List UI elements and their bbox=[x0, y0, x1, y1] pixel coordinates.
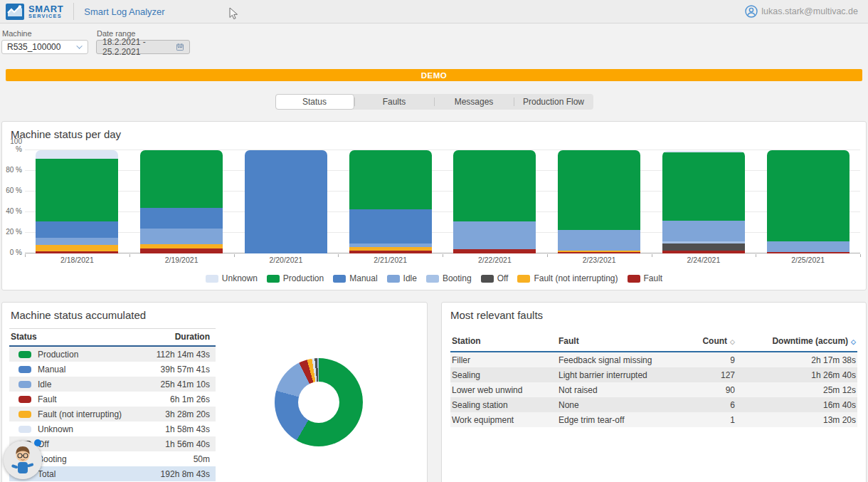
app-title: Smart Log Analyzer bbox=[84, 6, 164, 17]
bar-segment-idle[interactable] bbox=[767, 241, 850, 252]
table-row-manual: Manual39h 57m 41s bbox=[9, 362, 216, 377]
tab-messages[interactable]: Messages bbox=[435, 94, 514, 110]
legend-label: Manual bbox=[349, 273, 377, 283]
bar-segment-idle[interactable] bbox=[140, 229, 223, 244]
bar-segment-manual[interactable] bbox=[36, 221, 118, 238]
bar-segment-fault_ni[interactable] bbox=[36, 245, 118, 251]
notification-dot bbox=[34, 439, 41, 446]
total-duration: 192h 8m 43s bbox=[161, 469, 210, 479]
machine-select[interactable]: R535_100000 bbox=[1, 40, 88, 54]
bar-segment-idle[interactable] bbox=[36, 238, 118, 245]
chat-avatar-widget[interactable] bbox=[4, 438, 43, 479]
bar-2/19/2021[interactable] bbox=[140, 150, 223, 253]
fault-cell-fault: Not raised bbox=[559, 385, 667, 395]
bar-segment-unknown[interactable] bbox=[36, 150, 118, 159]
table-row-unknown: Unknown1h 58m 43s bbox=[9, 421, 216, 436]
legend-swatch-fault_ni bbox=[517, 275, 530, 283]
status-label: Fault bbox=[38, 394, 57, 404]
bar-segment-manual[interactable] bbox=[140, 208, 223, 229]
y-axis-label: 60 % bbox=[5, 187, 22, 194]
bar-2/25/2021[interactable] bbox=[767, 150, 850, 253]
x-axis-label: 2/25/2021 bbox=[767, 256, 850, 264]
legend-swatch-production bbox=[267, 275, 280, 283]
bar-segment-fault[interactable] bbox=[140, 248, 223, 253]
fault-cell-fault: None bbox=[559, 400, 667, 410]
legend-item-manual[interactable]: Manual bbox=[333, 273, 377, 283]
bar-segment-idle[interactable] bbox=[558, 230, 640, 251]
legend-item-production[interactable]: Production bbox=[267, 273, 324, 283]
legend-item-idle[interactable]: Idle bbox=[387, 273, 417, 283]
bar-2/24/2021[interactable] bbox=[662, 151, 745, 253]
most-relevant-faults-card: Most relevant faults StationFaultCount◇D… bbox=[441, 302, 867, 482]
bar-segment-fault[interactable] bbox=[349, 251, 432, 253]
legend-item-unknown[interactable]: Unknown bbox=[206, 273, 258, 283]
column-header-count[interactable]: Count◇ bbox=[667, 336, 735, 346]
bar-segment-production[interactable] bbox=[349, 150, 432, 209]
bar-segment-manual[interactable] bbox=[349, 209, 432, 243]
status-label: Production bbox=[38, 350, 78, 360]
bar-segment-production[interactable] bbox=[140, 150, 223, 208]
user-avatar-icon bbox=[745, 5, 758, 18]
legend-label: Idle bbox=[403, 273, 417, 283]
brand-logo: SMART SERVICES bbox=[6, 4, 63, 20]
smart-services-logo-icon bbox=[6, 4, 24, 20]
table-row-production: Production112h 14m 43s bbox=[9, 347, 216, 362]
bar-segment-fault[interactable] bbox=[558, 252, 640, 253]
duration-value: 3h 28m 20s bbox=[165, 409, 210, 419]
status-chip-manual bbox=[18, 366, 31, 373]
chat-avatar[interactable] bbox=[4, 441, 42, 479]
legend-label: Fault (not interrupting) bbox=[534, 273, 618, 283]
bar-segment-fault[interactable] bbox=[662, 251, 745, 253]
tab-production-flow[interactable]: Production Flow bbox=[514, 94, 593, 110]
fault-cell-station: Lower web unwind bbox=[452, 385, 559, 395]
fault-cell-count: 90 bbox=[667, 385, 735, 395]
fault-cell-station: Sealing station bbox=[452, 400, 559, 410]
bar-2/22/2021[interactable] bbox=[453, 150, 536, 253]
legend-swatch-fault bbox=[628, 275, 640, 283]
duration-value: 112h 14m 43s bbox=[157, 350, 210, 360]
sort-icon[interactable]: ◇ bbox=[730, 338, 735, 345]
status-duration-table-header: Status Duration bbox=[9, 328, 216, 347]
bar-2/18/2021[interactable] bbox=[36, 150, 118, 253]
user-menu[interactable]: lukas.stark@multivac.de bbox=[745, 5, 858, 18]
bar-segment-fault[interactable] bbox=[453, 249, 536, 253]
fault-cell-downtime: 1h 26m 40s bbox=[735, 370, 856, 380]
fault-cell-fault: Feedback signal missing bbox=[559, 355, 667, 365]
x-axis-label: 2/21/2021 bbox=[349, 256, 432, 264]
bar-segment-production[interactable] bbox=[36, 159, 118, 221]
bar-segment-production[interactable] bbox=[453, 150, 536, 221]
status-chip-idle bbox=[18, 381, 31, 388]
bar-segment-idle[interactable] bbox=[662, 221, 745, 241]
tab-status[interactable]: Status bbox=[275, 94, 354, 110]
legend-swatch-booting bbox=[426, 275, 439, 283]
y-axis-label: 0 % bbox=[5, 248, 22, 256]
faults-table: StationFaultCount◇Downtime (accum)◇ Fill… bbox=[450, 332, 857, 427]
bar-segment-idle[interactable] bbox=[453, 221, 536, 249]
bar-segment-production[interactable] bbox=[767, 150, 850, 241]
status-chip-production bbox=[18, 351, 31, 358]
date-range-input[interactable]: 18.2.2021 - 25.2.2021 bbox=[96, 40, 190, 54]
legend-item-booting[interactable]: Booting bbox=[426, 273, 472, 283]
bar-segment-fault[interactable] bbox=[36, 251, 118, 253]
bar-2/20/2021[interactable] bbox=[245, 150, 327, 253]
accumulated-title: Machine status accumulated bbox=[2, 303, 427, 321]
status-donut-chart[interactable] bbox=[275, 358, 363, 446]
duration-value: 1h 58m 43s bbox=[165, 424, 210, 434]
legend-item-off[interactable]: Off bbox=[481, 273, 509, 283]
bar-segment-manual[interactable] bbox=[245, 150, 327, 253]
logo-text-smart: SMART bbox=[28, 4, 63, 14]
sort-icon[interactable]: ◇ bbox=[851, 338, 856, 345]
fault-cell-count: 6 bbox=[667, 400, 735, 410]
table-row-idle: Idle25h 41m 10s bbox=[9, 377, 216, 392]
legend-item-fault[interactable]: Fault bbox=[628, 273, 663, 283]
bar-segment-production[interactable] bbox=[662, 152, 745, 221]
bar-2/21/2021[interactable] bbox=[349, 150, 432, 253]
column-header-station: Station bbox=[452, 336, 559, 346]
bar-segment-fault[interactable] bbox=[767, 252, 850, 253]
tab-faults[interactable]: Faults bbox=[355, 94, 434, 110]
bar-segment-production[interactable] bbox=[558, 150, 640, 230]
bar-segment-off[interactable] bbox=[662, 243, 745, 251]
column-header-downtime-accum-[interactable]: Downtime (accum)◇ bbox=[735, 336, 856, 346]
legend-item-fault_ni[interactable]: Fault (not interrupting) bbox=[517, 273, 618, 283]
bar-2/23/2021[interactable] bbox=[558, 150, 640, 253]
